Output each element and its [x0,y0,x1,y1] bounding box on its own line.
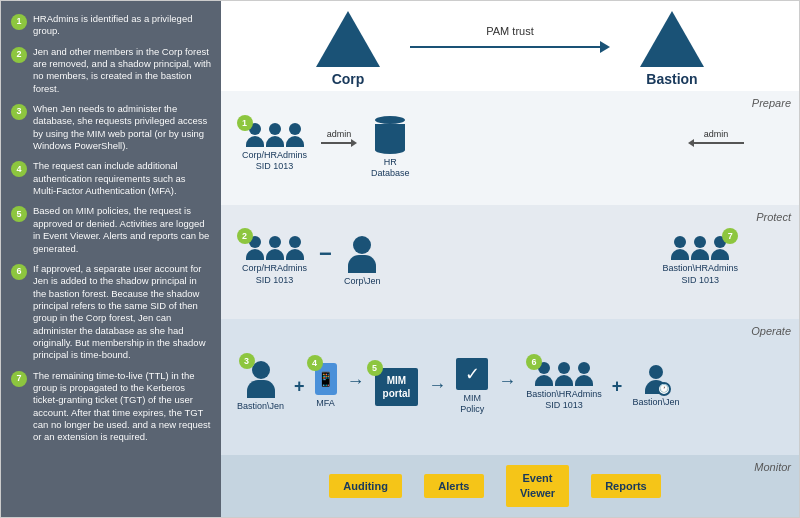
bgp2 [691,236,709,260]
reports-button[interactable]: Reports [591,474,661,498]
corp-triangle-shape [316,11,380,67]
step-3: 3 When Jen needs to administer the datab… [11,103,211,152]
step-text-2: Jen and other members in the Corp forest… [33,46,211,95]
gp2 [266,236,284,260]
corp-hradmins-protect-label: Corp/HRAdminsSID 1013 [242,263,307,286]
corp-jen-icon [348,236,376,273]
db-body [375,124,405,146]
mim-portal-item: 5 MIMportal [375,368,419,406]
plus-sign-1: + [294,376,305,397]
top-section: Corp PAM trust Bastion [221,1,799,91]
db-top [375,116,405,124]
step-num-6: 6 [11,264,27,280]
hr-database: HRDatabase [371,116,410,180]
corp-label: Corp [332,71,365,87]
bastion-label: Bastion [646,71,697,87]
ogp2 [555,362,573,386]
group-icon-bastion-protect [670,236,730,260]
corp-jen-label: Corp\Jen [344,276,381,288]
bastion-triangle-shape [640,11,704,67]
corp-hradmins-prepare: 1 Corp/HRAdminsSID 1013 [242,123,307,173]
step-badge-4: 4 [307,355,323,371]
corp-jen-body [348,255,376,273]
pam-trust-arrow: PAM trust [410,25,610,53]
section-operate: Operate 3 Bastion\Jen [221,319,799,456]
step-5: 5 Based on MIM policies, the request is … [11,205,211,254]
clock-overlay: 🕐 [657,382,671,396]
arrow-body [410,46,600,48]
step-badge-6: 6 [526,354,542,370]
bastion-triangle: Bastion [640,11,704,87]
step-num-3: 3 [11,104,27,120]
step-7: 7 The remaining time-to-live (TTL) in th… [11,370,211,444]
step-1: 1 HRAdmins is identified as a privileged… [11,13,211,38]
group-icon-corp-protect [245,236,305,260]
arrow-line [410,41,610,53]
step-num-4: 4 [11,161,27,177]
right-panel: Corp PAM trust Bastion Prepare [221,1,799,517]
mim-box: MIMportal [375,368,419,406]
step-text-1: HRAdmins is identified as a privileged g… [33,13,211,38]
pam-trust-label: PAM trust [486,25,533,37]
step-2: 2 Jen and other members in the Corp fore… [11,46,211,95]
arrow-to-group: → [498,372,516,390]
group-person-2 [266,123,284,147]
step-text-3: When Jen needs to administer the databas… [33,103,211,152]
mim-policy-item: ✓ MIMPolicy [456,358,488,416]
step-num-1: 1 [11,14,27,30]
bastion-jen-clock-label: Bastion\Jen [632,397,679,409]
prepare-label: Prepare [752,97,791,109]
ogp3 [575,362,593,386]
bastion-jen-clock: 🕐 Bastion\Jen [632,365,679,409]
group-icon-corp [245,123,305,147]
bastion-hradmins-protect: 7 Bastion\HRAdminsSID 1013 [662,236,738,286]
step-6: 6 If approved, a separate user account f… [11,263,211,362]
step-badge-7-protect: 7 [722,228,738,244]
mfa-label: MFA [316,398,335,410]
step-badge-2-protect: 2 [237,228,253,244]
protect-label: Protect [756,211,791,223]
bgp1 [671,236,689,260]
auditing-button[interactable]: Auditing [329,474,402,498]
step-num-2: 2 [11,47,27,63]
corp-jen-head [353,236,371,254]
plus-sign-2: + [612,376,623,397]
check-box: ✓ [456,358,488,390]
db-label: HRDatabase [371,157,410,180]
section-protect: Protect 2 Corp/HRAdminsSID 1013 [221,205,799,319]
corp-triangle: Corp [316,11,380,87]
step-num-5: 5 [11,206,27,222]
admin-top-label: admin [327,129,352,139]
step-badge-5: 5 [367,360,383,376]
step-text-5: Based on MIM policies, the request is ap… [33,205,211,254]
group-person-3 [286,123,304,147]
section-monitor: Monitor Auditing Alerts EventViewer Repo… [221,455,799,517]
bastion-hradmins-protect-label: Bastion\HRAdminsSID 1013 [662,263,738,286]
alerts-button[interactable]: Alerts [424,474,484,498]
step-4: 4 The request can include additional aut… [11,160,211,197]
sections-container: Prepare 1 Corp/HRAdminsSID [221,91,799,517]
step-num-7: 7 [11,371,27,387]
minus-sign: − [319,241,332,267]
step-text-7: The remaining time-to-live (TTL) in the … [33,370,211,444]
main-container: 1 HRAdmins is identified as a privileged… [0,0,800,518]
clock-symbol: 🕐 [659,384,669,393]
event-viewer-button[interactable]: EventViewer [506,465,569,508]
group-icon-operate [534,362,594,386]
step-text-4: The request can include additional authe… [33,160,211,197]
corp-hradmins-label: Corp/HRAdminsSID 1013 [242,150,307,173]
step-text-6: If approved, a separate user account for… [33,263,211,362]
monitor-label: Monitor [754,461,791,473]
corp-jen: Corp\Jen [344,236,381,288]
operate-label: Operate [751,325,791,337]
db-bottom [375,146,405,154]
arrow-to-mim: → [347,372,365,390]
arrow-head [600,41,610,53]
section-prepare: Prepare 1 Corp/HRAdminsSID [221,91,799,205]
step-badge-3: 3 [239,353,255,369]
bastion-jen-operate: 3 Bastion\Jen [237,361,284,413]
left-panel: 1 HRAdmins is identified as a privileged… [1,1,221,517]
bastion-hradmins-operate: 6 Bastion\HRAdminsSID 1013 [526,362,602,412]
mim-policy-label: MIMPolicy [460,393,484,416]
gp3 [286,236,304,260]
